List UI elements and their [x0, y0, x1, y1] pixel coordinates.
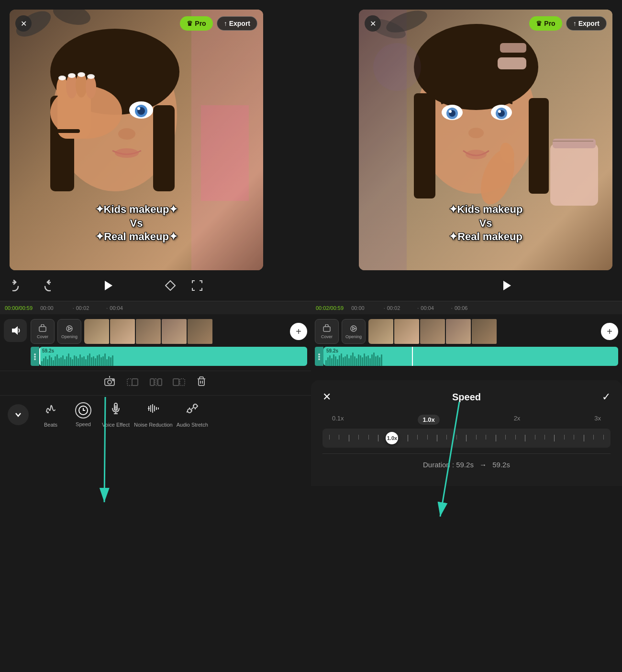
left-speaker-button[interactable]	[4, 319, 27, 342]
noise-reduction-button[interactable]: Noise Reduction	[134, 401, 173, 428]
svg-rect-30	[529, 98, 549, 194]
svg-rect-46	[553, 139, 596, 148]
redo-button[interactable]	[36, 277, 54, 294]
svg-rect-4	[153, 105, 175, 191]
thumb-3	[136, 319, 161, 344]
svg-point-10	[86, 76, 96, 99]
speed-icon	[75, 402, 91, 419]
left-video-thumbnail: ✦Kids makeup✦ Vs ✦Real makeup✦	[10, 10, 263, 270]
left-cover-button[interactable]: Cover	[31, 319, 55, 344]
svg-point-64	[112, 379, 114, 381]
left-close-button[interactable]: ✕	[15, 15, 32, 32]
svg-marker-58	[68, 327, 71, 330]
right-close-button[interactable]: ✕	[365, 15, 381, 32]
right-opening-button[interactable]: Opening	[342, 319, 366, 344]
diamond-marker-button[interactable]	[162, 277, 179, 294]
svg-rect-32	[500, 43, 526, 53]
speed-close-button[interactable]: ✕	[322, 391, 337, 403]
left-audio-handle[interactable]	[31, 347, 39, 366]
left-video-panel: ✦Kids makeup✦ Vs ✦Real makeup✦ ✕ ♛ Pro ↑	[10, 10, 263, 270]
left-delete-button[interactable]	[195, 375, 208, 391]
right-audio-handle[interactable]	[315, 347, 323, 366]
bottom-section: 00:00/00:59 00:00 · 00:02 · 00:04	[0, 301, 622, 486]
right-thumb-2	[394, 319, 419, 344]
left-controls	[10, 275, 206, 296]
svg-point-14	[87, 74, 95, 79]
left-add-track-button[interactable]: +	[290, 323, 307, 340]
right-audio-waveform	[323, 353, 618, 366]
speed-slider[interactable]: 1.0x	[322, 429, 611, 448]
left-trim-start-button[interactable]	[126, 375, 139, 391]
left-audio-track: 59.2s	[39, 347, 307, 366]
left-track-row: Cover Opening	[31, 319, 307, 344]
svg-point-19	[118, 128, 135, 140]
svg-point-13	[78, 72, 85, 77]
left-timestamp: 00:00/00:59	[5, 305, 33, 311]
left-track-area: Cover Opening	[0, 314, 311, 371]
left-export-button[interactable]: ↑ Export	[217, 16, 257, 31]
speed-mark-10: 1.0x	[418, 415, 439, 425]
right-audio-track: 59.2s	[323, 347, 618, 366]
svg-marker-94	[353, 327, 355, 330]
right-add-track-button[interactable]: +	[601, 323, 618, 340]
right-ruler-dot2: ·	[417, 305, 419, 311]
right-timeline-ruler: 00:02/00:59 00:00 · 00:02 · 00:04 · 00:0…	[311, 301, 622, 314]
right-ruler-02: 00:02	[387, 305, 400, 311]
top-section: ✦Kids makeup✦ Vs ✦Real makeup✦ ✕ ♛ Pro ↑	[0, 0, 622, 270]
chevron-down-button[interactable]	[8, 404, 29, 425]
thumb-5	[188, 319, 212, 344]
undo-button[interactable]	[10, 277, 27, 294]
left-video-text: ✦Kids makeup✦ Vs ✦Real makeup✦	[95, 203, 178, 244]
right-export-button[interactable]: ↑ Export	[566, 16, 607, 31]
svg-marker-52	[105, 281, 112, 290]
right-side: 00:02/00:59 00:00 · 00:02 · 00:04 · 00:0…	[311, 301, 622, 486]
right-thumbnail-strip	[368, 319, 596, 344]
svg-line-91	[191, 408, 193, 409]
left-audio-waveform	[39, 353, 307, 366]
speed-labels: 0.1x 1.0x 2x 3x	[322, 415, 611, 425]
left-thumbnail-strip	[84, 319, 285, 344]
svg-rect-92	[323, 327, 330, 331]
left-pro-button[interactable]: ♛ Pro	[180, 16, 212, 31]
left-trim-end-button[interactable]	[172, 375, 185, 391]
svg-point-95	[318, 353, 320, 355]
left-timeline-ruler: 00:00/00:59 00:00 · 00:02 · 00:04	[0, 301, 311, 314]
right-cover-button[interactable]: Cover	[315, 319, 339, 344]
svg-point-59	[34, 353, 36, 355]
right-ruler-dot3: ·	[451, 305, 453, 311]
svg-point-36	[449, 110, 452, 113]
speed-panel-header: ✕ Speed ✓	[322, 391, 611, 403]
right-track-row: Cover Opening	[315, 319, 618, 344]
left-opening-button[interactable]: Opening	[57, 319, 81, 344]
speed-confirm-button[interactable]: ✓	[596, 391, 611, 403]
voice-effect-icon	[109, 401, 123, 419]
left-play-button[interactable]	[97, 275, 118, 296]
fullscreen-button[interactable]	[189, 277, 206, 294]
thumb-2	[110, 319, 135, 344]
right-play-button[interactable]	[496, 275, 517, 296]
audio-stretch-button[interactable]: Audio Stretch	[177, 401, 208, 428]
main-wrapper: ✦Kids makeup✦ Vs ✦Real makeup✦ ✕ ♛ Pro ↑	[0, 0, 622, 486]
svg-rect-69	[155, 379, 157, 386]
left-clip-add-button[interactable]	[103, 375, 116, 391]
svg-rect-71	[173, 379, 179, 386]
svg-rect-25	[201, 105, 249, 201]
svg-rect-31	[498, 57, 526, 69]
right-panel-top-bar: ✕ ♛ Pro ↑ Export	[365, 15, 607, 32]
speed-thumb[interactable]: 1.0x	[386, 432, 398, 444]
svg-marker-54	[503, 281, 511, 290]
svg-rect-68	[150, 379, 154, 386]
right-timestamp: 00:02/00:59	[316, 305, 344, 311]
speed-duration-display: Duration : 59.2s → 59.2s	[322, 453, 611, 475]
right-video-text: ✦Kids makeup Vs ✦Real makeup	[449, 203, 523, 244]
speed-button[interactable]: Speed	[69, 402, 98, 427]
right-pro-button[interactable]: ♛ Pro	[529, 16, 562, 31]
beats-button[interactable]: Beats	[36, 401, 65, 428]
right-video-thumbnail: ✦Kids makeup Vs ✦Real makeup	[359, 10, 612, 270]
left-trim-middle-button[interactable]	[149, 375, 162, 391]
svg-rect-56	[39, 327, 46, 331]
right-audio-track-row: 59.2s	[315, 347, 618, 366]
voice-effect-button[interactable]: Voice Effect	[101, 401, 130, 428]
thumb-1	[84, 319, 109, 344]
svg-rect-45	[550, 143, 598, 206]
